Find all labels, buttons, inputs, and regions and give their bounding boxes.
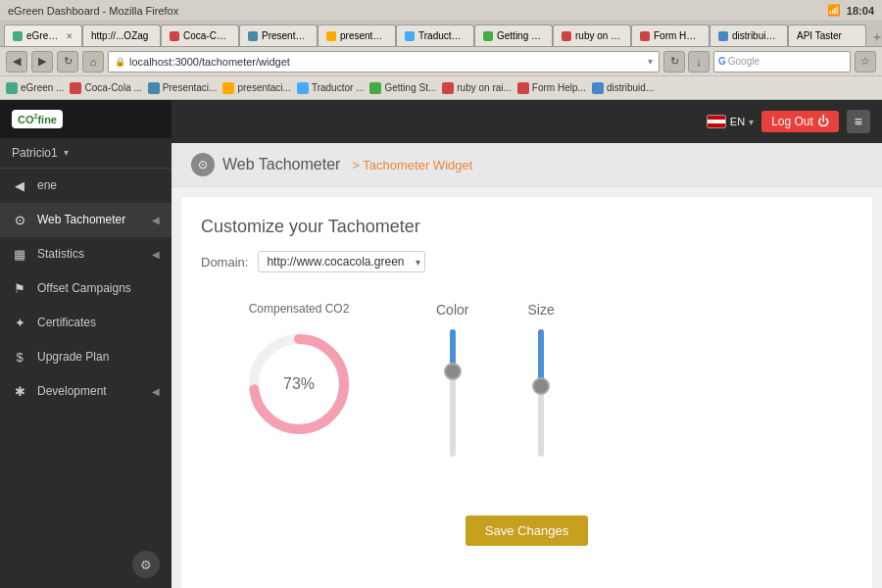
language-selector[interactable]: EN ▾ bbox=[707, 115, 754, 128]
nav-arrow-icon: ◀ bbox=[152, 215, 160, 225]
domain-row: Domain: http://www.cocacola.green bbox=[201, 251, 853, 272]
brand-logo: CO2fine bbox=[12, 110, 63, 128]
tab-getting-started[interactable]: Getting St... bbox=[474, 24, 553, 46]
page-header-icon: ⊙ bbox=[191, 153, 215, 176]
nav-label: Statistics bbox=[37, 247, 84, 261]
tab-label: Traductor ... bbox=[418, 30, 466, 41]
size-slider-track[interactable] bbox=[538, 329, 544, 457]
bookmark-traductor[interactable]: Traductor ... bbox=[297, 82, 365, 94]
domain-label: Domain: bbox=[201, 255, 248, 270]
tab-traductor[interactable]: Traductor ... bbox=[396, 24, 474, 46]
breadcrumb: > Tachometer Widget bbox=[352, 158, 472, 172]
statistics-icon: ▦ bbox=[12, 247, 27, 262]
development-icon: ✱ bbox=[12, 384, 27, 399]
tab-cocacola[interactable]: Coca-Cola ... bbox=[161, 24, 239, 46]
sidebar-item-development[interactable]: ✱ Development ◀ bbox=[0, 374, 172, 409]
tab-ozag[interactable]: http://...OZag bbox=[82, 24, 161, 46]
bookmark-star-icon[interactable]: ☆ bbox=[855, 51, 876, 73]
address-bar[interactable]: 🔒 localhost:3000/tachometer/widget ▾ bbox=[108, 51, 660, 73]
home-button[interactable]: ⌂ bbox=[82, 51, 104, 73]
address-dropdown-icon[interactable]: ▾ bbox=[648, 56, 653, 67]
tab-presentaci1[interactable]: Presentaci... bbox=[239, 24, 318, 46]
ene-icon: ◀ bbox=[12, 178, 27, 193]
tab-label: Presentaci... bbox=[262, 30, 309, 41]
tab-label: http://...OZag bbox=[91, 30, 148, 41]
tab-ruby[interactable]: ruby on rai... bbox=[553, 24, 631, 46]
tab-favicon bbox=[562, 31, 571, 41]
page-header: ⊙ Web Tachometer > Tachometer Widget bbox=[172, 143, 882, 187]
upgrade-icon: $ bbox=[12, 350, 27, 365]
tab-label: Coca-Cola ... bbox=[183, 30, 230, 41]
search-text: Google bbox=[728, 56, 760, 67]
tab-label: distribuid... bbox=[732, 30, 779, 41]
back-button[interactable]: ◀ bbox=[6, 51, 27, 73]
main-content: EN ▾ Log Out ⏻ ≡ ⊙ Web Tachometer > Tach… bbox=[172, 100, 882, 588]
tab-distribuid[interactable]: distribuid... bbox=[710, 24, 788, 46]
nav-label: Offset Campaigns bbox=[37, 281, 131, 295]
language-code: EN bbox=[730, 116, 745, 127]
bookmark-ruby[interactable]: ruby on rai... bbox=[442, 82, 512, 94]
time-display: 18:04 bbox=[847, 5, 874, 17]
color-slider-track[interactable] bbox=[450, 329, 456, 457]
save-changes-button[interactable]: Save Changes bbox=[466, 515, 588, 546]
page-title: Web Tachometer bbox=[222, 156, 340, 173]
forward-button[interactable]: ▶ bbox=[31, 51, 53, 73]
nav-buttons-extra: ↻ ↓ bbox=[663, 51, 710, 73]
domain-select-wrapper: http://www.cocacola.green bbox=[258, 251, 425, 272]
domain-select[interactable]: http://www.cocacola.green bbox=[258, 251, 425, 272]
search-bar[interactable]: G Google bbox=[713, 51, 851, 73]
bookmark-distribuid[interactable]: distribuid... bbox=[592, 82, 654, 94]
download-button[interactable]: ↓ bbox=[688, 51, 710, 73]
sidebar-user[interactable]: Patricio1 ▾ bbox=[0, 138, 172, 169]
logout-label: Log Out bbox=[771, 115, 813, 128]
bookmark-presentaci2[interactable]: presentaci... bbox=[222, 82, 290, 94]
sidebar-item-ene[interactable]: ◀ ene bbox=[0, 169, 172, 203]
customize-title: Customize your Tachometer bbox=[201, 217, 853, 237]
tab-active[interactable]: eGreen ... ✕ bbox=[4, 24, 82, 46]
new-tab-icon[interactable]: ＋ bbox=[870, 28, 882, 46]
menu-toggle-button[interactable]: ≡ bbox=[847, 110, 870, 133]
refresh-button[interactable]: ↻ bbox=[663, 51, 685, 73]
size-slider-thumb[interactable] bbox=[532, 377, 550, 395]
bookmarks-bar: eGreen ... Coca-Cola ... Presentaci... p… bbox=[0, 76, 882, 100]
bookmark-form-help[interactable]: Form Help... bbox=[517, 82, 586, 94]
app-wrapper: CO2fine Patricio1 ▾ ◀ ene ⊙ Web Tachomet… bbox=[0, 100, 882, 588]
offset-icon: ⚑ bbox=[12, 281, 27, 296]
nav-label: ene bbox=[37, 178, 57, 192]
google-logo: G bbox=[718, 56, 726, 67]
bookmark-favicon bbox=[222, 82, 234, 94]
sidebar-settings: ⚙ bbox=[0, 541, 172, 588]
percentage-text: 73% bbox=[283, 375, 315, 393]
content-area: Customize your Tachometer Domain: http:/… bbox=[181, 197, 872, 588]
nav-arrow-icon: ◀ bbox=[152, 249, 160, 260]
tab-label: Form Help... bbox=[654, 30, 701, 41]
tab-form-help[interactable]: Form Help... bbox=[631, 24, 710, 46]
certificates-icon: ✦ bbox=[12, 316, 27, 330]
tab-favicon bbox=[326, 31, 336, 41]
color-slider-thumb[interactable] bbox=[444, 363, 462, 380]
sidebar-item-upgrade-plan[interactable]: $ Upgrade Plan bbox=[0, 340, 172, 374]
bookmark-cocacola[interactable]: Coca-Cola ... bbox=[70, 82, 141, 94]
bookmark-presentaci1[interactable]: Presentaci... bbox=[148, 82, 218, 94]
settings-button[interactable]: ⚙ bbox=[132, 551, 160, 578]
sidebar-item-offset-campaigns[interactable]: ⚑ Offset Campaigns bbox=[0, 271, 172, 306]
logout-button[interactable]: Log Out ⏻ bbox=[761, 111, 839, 132]
color-slider-wrapper bbox=[450, 329, 456, 466]
sidebar: CO2fine Patricio1 ▾ ◀ ene ⊙ Web Tachomet… bbox=[0, 100, 172, 588]
tab-presentaci2[interactable]: presentaci... bbox=[318, 24, 396, 46]
bookmark-favicon bbox=[148, 82, 160, 94]
bookmark-getting-started[interactable]: Getting St... bbox=[369, 82, 436, 94]
flag-dropdown-icon: ▾ bbox=[749, 117, 754, 127]
sidebar-item-certificates[interactable]: ✦ Certificates bbox=[0, 306, 172, 340]
sidebar-item-web-tachometer[interactable]: ⊙ Web Tachometer ◀ bbox=[0, 203, 172, 237]
nav-label: Certificates bbox=[37, 316, 96, 329]
tab-close-icon[interactable]: ✕ bbox=[66, 31, 74, 41]
tab-label: eGreen ... bbox=[26, 30, 60, 41]
flag-icon bbox=[707, 115, 726, 128]
sidebar-item-statistics[interactable]: ▦ Statistics ◀ bbox=[0, 237, 172, 271]
reload-button[interactable]: ↻ bbox=[57, 51, 78, 73]
tab-api-taster[interactable]: API Taster bbox=[788, 24, 866, 46]
donut-container: Compensated CO2 73% bbox=[220, 302, 377, 443]
donut-chart: 73% bbox=[240, 325, 358, 443]
bookmark-egreenone[interactable]: eGreen ... bbox=[6, 82, 64, 94]
